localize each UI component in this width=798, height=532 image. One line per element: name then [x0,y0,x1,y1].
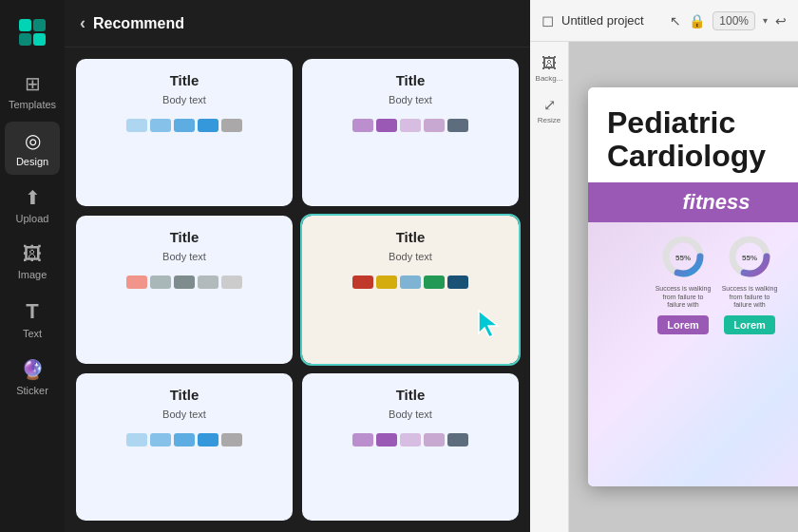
svg-rect-2 [19,33,31,46]
background-label: Backg... [536,74,563,83]
image-label: Image [18,269,48,280]
project-title: Untitled project [561,13,662,28]
template-card-1[interactable]: Title Body text [76,59,293,206]
text-icon: T [26,299,38,324]
donut-chart-2: 55% [725,232,774,281]
lorem-btn-1: Lorem [657,315,709,334]
card-5-body: Body text [162,408,206,420]
lock-tool[interactable]: 🔒 [689,13,705,28]
slide-watercolor: 55% Success is walking from failure to f… [588,222,798,486]
background-tool[interactable]: 🖼 Backg... [530,49,568,88]
svg-marker-4 [479,311,498,337]
design-label: Design [16,156,48,167]
card-1-swatches [126,119,242,132]
background-icon: 🖼 [542,55,557,72]
chart-2-caption: Success is walking from failure to failu… [721,285,778,309]
resize-icon: ⤢ [543,96,556,114]
svg-rect-1 [33,19,46,31]
template-card-6[interactable]: Title Body text [302,373,519,521]
card-3-title: Title [170,229,200,245]
project-icon: ◻ [542,11,554,29]
sidebar-item-upload[interactable]: ⬆ Upload [5,179,60,232]
chart-item-1: 55% Success is walking from failure to f… [655,232,712,333]
svg-text:55%: 55% [742,254,757,262]
text-label: Text [23,328,42,339]
svg-rect-3 [33,33,46,46]
charts-row: 55% Success is walking from failure to f… [598,232,798,333]
image-icon: 🖼 [23,243,42,265]
panel-header: ‹ Recommend [65,0,530,48]
canvas-body: 🖼 Backg... ⤢ Resize PediatricCardiology … [530,42,798,532]
svg-rect-0 [19,19,31,31]
zoom-control[interactable]: 100% [712,11,755,30]
svg-text:55%: 55% [675,254,691,262]
card-6-swatches [352,433,468,446]
resize-label: Resize [538,116,560,124]
slide-purple-bar: fitness [588,182,798,222]
canvas-area: ◻ Untitled project ↖ 🔒 100% ▾ ↩ 🖼 Backg.… [530,0,798,532]
zoom-dropdown-icon[interactable]: ▾ [763,15,768,26]
card-1-title: Title [170,72,200,88]
templates-icon: ⊞ [25,72,41,95]
donut-chart-1: 55% [658,232,708,281]
template-card-5[interactable]: Title Body text [76,373,293,521]
cursor-tool[interactable]: ↖ [670,13,681,28]
panel-title: Recommend [93,15,184,32]
left-sidebar: ⊞ Templates ◎ Design ⬆ Upload 🖼 Image T … [0,0,65,532]
card-5-swatches [126,433,242,446]
back-button[interactable]: ‹ [80,13,86,33]
sidebar-item-sticker[interactable]: 🔮 Sticker [5,351,60,404]
card-4-swatches [352,276,468,289]
sticker-label: Sticker [16,385,48,396]
card-2-title: Title [396,72,426,88]
design-panel: ‹ Recommend Title Body text Title Body t… [65,0,530,532]
app-logo [15,15,49,49]
upload-label: Upload [16,213,49,224]
card-4-title: Title [396,229,426,245]
chart-item-2: 55% Success is walking from failure to f… [721,232,778,333]
slide-top: PediatricCardiology [588,87,798,182]
slide-preview: PediatricCardiology fitness [569,42,798,532]
slide-heading: PediatricCardiology [607,106,798,173]
card-6-body: Body text [389,408,432,420]
templates-label: Templates [9,99,56,110]
template-card-4[interactable]: Title Body text [302,216,519,363]
card-6-title: Title [396,387,426,403]
floating-panel: 🖼 Backg... ⤢ Resize [530,42,569,532]
card-4-body: Body text [389,251,432,262]
card-3-body: Body text [162,251,206,262]
sidebar-item-image[interactable]: 🖼 Image [5,236,60,288]
cursor-icon [477,309,504,345]
card-5-title: Title [170,387,200,403]
template-card-2[interactable]: Title Body text [302,59,519,206]
design-icon: ◎ [25,129,41,152]
lorem-btn-2: Lorem [724,315,775,334]
chart-1-caption: Success is walking from failure to failu… [655,285,712,309]
slide-content: PediatricCardiology fitness [588,87,798,486]
template-card-3[interactable]: Title Body text [76,216,293,363]
card-3-swatches [126,276,242,289]
canvas-header: ◻ Untitled project ↖ 🔒 100% ▾ ↩ [530,0,798,42]
more-options[interactable]: ↩ [775,13,787,28]
card-1-body: Body text [162,94,206,105]
card-2-swatches [352,119,468,132]
header-actions: ↖ 🔒 100% ▾ ↩ [670,11,787,30]
sidebar-item-design[interactable]: ◎ Design [5,122,60,175]
resize-tool[interactable]: ⤢ Resize [530,90,568,130]
sticker-icon: 🔮 [21,358,45,381]
sidebar-item-text[interactable]: T Text [5,292,60,347]
template-grid: Title Body text Title Body text [65,48,530,532]
upload-icon: ⬆ [25,186,41,209]
sidebar-item-templates[interactable]: ⊞ Templates [5,65,60,118]
card-2-body: Body text [389,94,432,105]
